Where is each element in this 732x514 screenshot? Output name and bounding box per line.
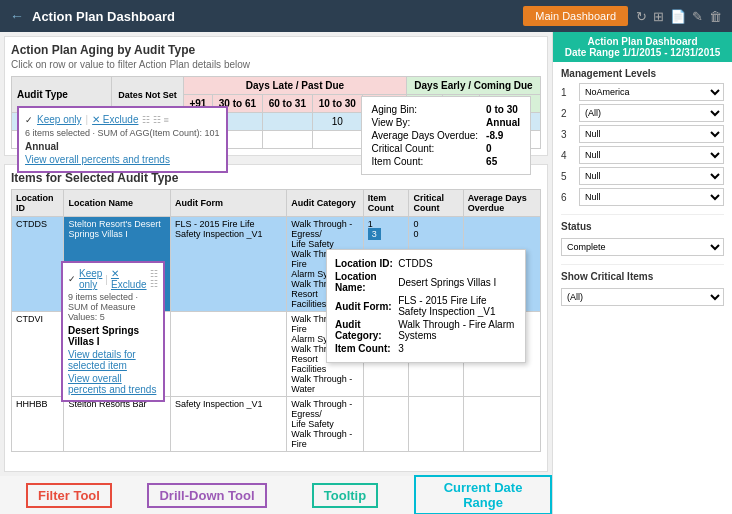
tooltip-text: Tooltip [312,483,378,508]
aging-view-trends-link[interactable]: View overall percents and trends [25,154,170,165]
loc-tooltip-id-label: Location ID: [335,258,396,269]
mgmt-num-2: 2 [561,108,575,119]
items-cell-critical-hhhbb [409,397,463,452]
refresh-icon[interactable]: ↻ [636,9,647,24]
mgmt-select-4[interactable]: Null [579,146,724,164]
items-cell-avgdays-hhhbb [463,397,540,452]
mgmt-num-1: 1 [561,87,575,98]
aging-info-bin-label: Aging Bin: [368,103,483,116]
drill-keep-only-link[interactable]: Keep only [79,268,102,290]
items-cell-loc-id-ctdvi: CTDVI [12,312,64,397]
aging-filter-selected-text: 6 items selected · SUM of AGG(Item Count… [25,128,220,138]
filter-icons: ☷ ☷ ≡ [142,115,168,125]
loc-tooltip-table: Location ID: CTDDS Location Name: Desert… [333,256,519,356]
loc-tooltip-row-cat: Audit Category: Walk Through - Fire Alar… [335,319,517,341]
items-cell-audit-cat-hhhbb: Walk Through - Egress/Life SafetyWalk Th… [287,397,363,452]
aging-info-avgdays-label: Average Days Overdue: [368,129,483,142]
mgmt-levels-label: Management Levels [561,68,724,79]
mgmt-num-6: 6 [561,192,575,203]
loc-tooltip-row-count: Item Count: 3 [335,343,517,354]
aging-info-itemcount-label: Item Count: [368,155,483,168]
col-item-count: Item Count [363,190,409,217]
keep-only-link[interactable]: Keep only [37,114,81,125]
mgmt-num-4: 4 [561,150,575,161]
critical-items-select[interactable]: (All) [561,288,724,306]
loc-tooltip-name-label: Location Name: [335,271,396,293]
col-range3: 10 to 30 [312,95,362,113]
aging-info-critical-label: Critical Count: [368,142,483,155]
items-row-hhhbb[interactable]: HHHBB Stelton Resorts Bar Safety Inspect… [12,397,541,452]
drill-exclude-link[interactable]: ✕ Exclude [111,268,147,290]
main-dashboard-button[interactable]: Main Dashboard [523,6,628,26]
items-section: Items for Selected Audit Type Location I… [4,164,548,472]
divider-1 [561,214,724,215]
items-table-header-row: Location ID Location Name Audit Form Aud… [12,190,541,217]
drill-filter-icons: ☷ ☷ [150,269,158,289]
left-panel: Action Plan Aging by Audit Type Click on… [0,32,552,514]
aging-info-box: Aging Bin: 0 to 30 View By: Annual Avera… [361,96,531,175]
status-select[interactable]: Complete [561,238,724,256]
aging-info-avgdays-value: -8.9 [482,129,524,142]
edit-icon[interactable]: ✎ [692,9,703,24]
loc-tooltip-form-value: FLS - 2015 Fire Life Safety Inspection _… [398,295,517,317]
items-cell-audit-form-ctdvi [171,312,287,397]
loc-tooltip-form-label: Audit Form: [335,295,396,317]
document-icon[interactable]: 📄 [670,9,686,24]
aging-info-bin-value: 0 to 30 [482,103,524,116]
current-date-range-label: Current Date Range [414,475,552,514]
right-panel-header-line1: Action Plan Dashboard [559,36,726,47]
current-date-range-text: Current Date Range [414,475,552,514]
col-location-name: Location Name [64,190,171,217]
right-panel: Action Plan Dashboard Date Range 1/1/201… [552,32,732,514]
loc-tooltip-box: Location ID: CTDDS Location Name: Desert… [326,249,526,363]
loc-tooltip-name-value: Desert Springs Villas I [398,271,517,293]
mgmt-select-1[interactable]: NoAmerica [579,83,724,101]
aging-info-row-avgdays: Average Days Overdue: -8.9 [368,129,524,142]
loc-tooltip-row-id: Location ID: CTDDS [335,258,517,269]
aging-info-row-critical: Critical Count: 0 [368,142,524,155]
mgmt-row-4: 4 Null [561,146,724,164]
aging-info-itemcount-value: 65 [482,155,524,168]
aging-filter-popup: ✓ Keep only | ✕ Exclude ☷ ☷ ≡ 6 items se… [17,104,228,175]
items-cell-audit-form-hhhbb: Safety Inspection _V1 [171,397,287,452]
page-title: Action Plan Dashboard [32,9,523,24]
drill-view-trends-link[interactable]: View overall percents and trends [68,373,156,395]
drill-selected-text: 9 items selected · SUM of Measure Values… [68,292,158,322]
items-cell-loc-id-hhhbb: HHHBB [12,397,64,452]
loc-tooltip-count-label: Item Count: [335,343,396,354]
mgmt-select-5[interactable]: Null [579,167,724,185]
drill-down-tool-label: Drill-Down Tool [138,483,276,508]
aging-filter-popup-box: ✓ Keep only | ✕ Exclude ☷ ☷ ≡ 6 items se… [17,106,228,173]
drill-down-tool-text: Drill-Down Tool [147,483,266,508]
filter-tool-text: Filter Tool [26,483,112,508]
mgmt-select-2[interactable]: (All) [579,104,724,122]
col-range2: 60 to 31 [262,95,312,113]
mgmt-select-6[interactable]: Null [579,188,724,206]
status-section: Status Complete [561,221,724,256]
mgmt-row-6: 6 Null [561,188,724,206]
aging-info-table: Aging Bin: 0 to 30 View By: Annual Avera… [368,103,524,168]
critical-items-label: Show Critical Items [561,271,724,282]
loc-tooltip-cat-value: Walk Through - Fire Alarm Systems [398,319,517,341]
mgmt-num-5: 5 [561,171,575,182]
grid-icon[interactable]: ⊞ [653,9,664,24]
mgmt-levels-section: Management Levels 1 NoAmerica 2 (All) 3 … [561,68,724,206]
aging-info-row-viewby: View By: Annual [368,116,524,129]
exclude-link[interactable]: ✕ Exclude [92,114,138,125]
aging-info-viewby-value: Annual [482,116,524,129]
aging-section: Action Plan Aging by Audit Type Click on… [4,36,548,156]
col-avg-days: Average Days Overdue [463,190,540,217]
drill-view-details-link[interactable]: View details for selected item [68,349,158,371]
loc-tooltip-row-name: Location Name: Desert Springs Villas I [335,271,517,293]
back-button[interactable]: ← [10,8,24,24]
delete-icon[interactable]: 🗑 [709,9,722,24]
drill-location-label: Desert Springs Villas I [68,325,158,347]
col-audit-form: Audit Form [171,190,287,217]
aging-subtitle: Click on row or value to filter Action P… [11,59,541,70]
items-cell-loc-id-ctdds: CTDDS [12,217,64,312]
items-cell-audit-form-ctdds: FLS - 2015 Fire Life Safety Inspection _… [171,217,287,312]
right-panel-header: Action Plan Dashboard Date Range 1/1/201… [553,32,732,62]
mgmt-num-3: 3 [561,129,575,140]
col-days-late-header: Days Late / Past Due [183,77,406,95]
mgmt-select-3[interactable]: Null [579,125,724,143]
